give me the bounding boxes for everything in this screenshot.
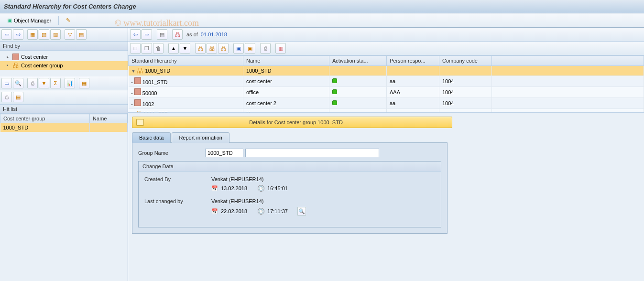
calendar-icon: 📅 xyxy=(211,185,218,192)
hier-col-std[interactable]: Standard Hierarchy xyxy=(129,56,243,66)
expand-icon[interactable]: ▸ xyxy=(131,112,134,113)
copy-button[interactable]: ❐ xyxy=(142,43,152,54)
expand-button[interactable]: 品 xyxy=(195,43,206,54)
hier-row[interactable]: ▼ 品 1000_STD 1000_STD xyxy=(129,66,644,76)
hier-row[interactable]: • 50000 office AAA 1004 xyxy=(129,87,644,98)
up-icon: ▲ xyxy=(171,45,176,51)
expand-icon: 品 xyxy=(198,45,203,52)
assign-button[interactable]: ▦ xyxy=(27,29,38,40)
expand-icon[interactable]: ▼ xyxy=(131,69,136,74)
group-name-desc-input[interactable] xyxy=(245,149,379,157)
down-button[interactable]: ▼ xyxy=(180,43,190,54)
arrow-left-icon: ⇦ xyxy=(5,32,9,38)
chart-button[interactable]: ▥ xyxy=(275,43,286,54)
collapse-button[interactable]: 品 xyxy=(207,43,217,54)
print-icon: ⎙ xyxy=(31,80,34,86)
search-button[interactable]: 🔍 xyxy=(297,207,306,216)
hier-row[interactable]: ▸ 品 1001_STD New group xyxy=(129,109,644,113)
display-icon: ▭ xyxy=(4,80,9,86)
nav-forward-button[interactable]: ⇨ xyxy=(142,29,152,40)
delete-button[interactable]: 🗑 xyxy=(153,43,164,54)
layout-button[interactable]: ▦ xyxy=(79,78,89,88)
collapse-icon: 品 xyxy=(209,45,215,52)
asof-date[interactable]: 01.01.2018 xyxy=(201,32,227,37)
hier-col-comp[interactable]: Company code xyxy=(439,56,492,66)
hier-code: 1001_STD xyxy=(143,111,169,113)
titlebar: Standard Hierarchy for Cost Centers Chan… xyxy=(0,0,644,13)
group-name-code-input[interactable] xyxy=(205,149,243,157)
findby-item-cost-center-group[interactable]: • 品 Cost center group xyxy=(0,61,128,70)
tabstrip: Basic data Report information xyxy=(132,132,448,143)
assign-icon: ▦ xyxy=(30,32,35,38)
filter-button[interactable]: ▼ xyxy=(39,78,49,88)
findby-label: Cost center xyxy=(21,54,48,60)
hier-resp: aa xyxy=(387,76,439,87)
hierarchy-button[interactable]: ▤ xyxy=(157,29,167,40)
findby-header: Find by xyxy=(0,42,128,51)
hitlist-row[interactable]: 1000_STD xyxy=(0,123,128,132)
search-icon: 🔍 xyxy=(15,80,22,86)
hitlist-header: Hit list xyxy=(0,104,128,114)
doc-icon: ▣ xyxy=(236,45,241,52)
hier-act xyxy=(329,76,387,87)
org-button[interactable]: 品 xyxy=(172,29,183,40)
hier-act xyxy=(329,87,387,98)
bullet-icon: • xyxy=(131,91,133,96)
right-panel: ⇦ ⇨ ▤ 品 as of 01.01.2018 □ ❐ 🗑 ▲ ▼ 品 品 品… xyxy=(128,28,644,281)
hier-col-act[interactable]: Activation sta... xyxy=(329,56,387,66)
left-toolbar-1: ⇦ ⇨ ▦ ▧ ▨ ▽ ▤ xyxy=(0,28,128,42)
org-icon: 品 xyxy=(175,31,180,38)
hier-row[interactable]: • 1002 cost center 2 aa 1004 xyxy=(129,98,644,109)
clock-icon: 🕐 xyxy=(258,208,264,215)
display-button[interactable]: ▭ xyxy=(1,78,12,88)
export-button[interactable]: ▤ xyxy=(13,92,23,102)
print2-button[interactable]: ⎙ xyxy=(1,92,12,102)
group-icon: 品 xyxy=(135,110,142,113)
hier-name: office xyxy=(243,87,329,98)
hier-row[interactable]: • 1001_STD cost center aa 1004 xyxy=(129,76,644,87)
bookmark-button[interactable]: ▽ xyxy=(65,29,75,40)
hier-name: cost center xyxy=(243,76,329,87)
search-button[interactable]: 🔍 xyxy=(13,78,23,88)
created-by-row: Created By Venkat (EHPUSER14) xyxy=(144,176,435,182)
group-name-label: Group Name xyxy=(138,150,205,156)
left-panel: ⇦ ⇨ ▦ ▧ ▨ ▽ ▤ Find by ▸ Cost center • 品 … xyxy=(0,28,128,281)
create-button[interactable]: □ xyxy=(130,43,141,54)
hier-col-resp[interactable]: Person respo... xyxy=(387,56,439,66)
down-icon: ▼ xyxy=(183,45,188,51)
cost-center-icon xyxy=(134,99,141,106)
group-icon: 品 xyxy=(12,62,19,69)
hier-code: 1000_STD xyxy=(145,68,171,74)
print-button[interactable]: ⎙ xyxy=(260,43,271,54)
content: ⇦ ⇨ ▦ ▧ ▨ ▽ ▤ Find by ▸ Cost center • 品 … xyxy=(0,28,644,281)
hitlist-col-group[interactable]: Cost center group xyxy=(0,114,90,123)
findby-item-cost-center[interactable]: ▸ Cost center xyxy=(0,53,128,61)
stats-button[interactable]: 📊 xyxy=(65,78,75,88)
doc2-button[interactable]: ▣ xyxy=(245,43,255,54)
main-toolbar: ▣ Object Manager ✎ xyxy=(0,13,644,28)
object-manager-button[interactable]: ▣ Object Manager xyxy=(4,16,55,25)
total-button[interactable]: Σ xyxy=(50,78,61,88)
doc-button[interactable]: ▣ xyxy=(233,43,244,54)
nav-back-button[interactable]: ⇦ xyxy=(130,29,141,40)
assign2-button[interactable]: ▧ xyxy=(39,29,49,40)
wand-button[interactable]: ✎ xyxy=(63,16,74,25)
hitlist-col-name[interactable]: Name xyxy=(90,114,128,123)
bookmark-icon: ▽ xyxy=(68,32,72,38)
bullet-icon: • xyxy=(131,102,133,107)
hier-code: 50000 xyxy=(142,90,157,96)
print-button[interactable]: ⎙ xyxy=(27,78,38,88)
hier-col-name[interactable]: Name xyxy=(243,56,329,66)
total-icon: Σ xyxy=(54,80,57,86)
expand-all-button[interactable]: 品 xyxy=(218,43,229,54)
sort-button[interactable]: ▤ xyxy=(76,29,87,40)
up-button[interactable]: ▲ xyxy=(168,43,179,54)
expand-all-icon: 品 xyxy=(221,45,226,52)
nav-forward-button[interactable]: ⇨ xyxy=(13,29,23,40)
last-changed-time: 17:11:37 xyxy=(267,208,288,214)
tab-report-info[interactable]: Report information xyxy=(172,132,229,143)
assign3-button[interactable]: ▨ xyxy=(50,29,61,40)
tab-basic-data[interactable]: Basic data xyxy=(132,132,171,143)
findby-label: Cost center group xyxy=(21,63,63,68)
nav-back-button[interactable]: ⇦ xyxy=(1,29,12,40)
